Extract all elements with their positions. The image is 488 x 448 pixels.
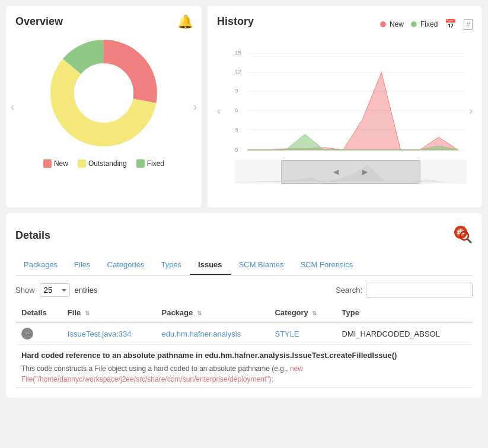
issue-text-before: This code constructs a File object using… xyxy=(21,364,290,373)
overview-next-arrow[interactable]: › xyxy=(193,101,197,113)
legend-new-label: New xyxy=(54,159,68,168)
donut-legend: New Outstanding Fixed xyxy=(43,159,164,168)
svg-text:#77: #77 xyxy=(339,154,348,156)
tab-issues[interactable]: Issues xyxy=(190,255,230,275)
legend-new-dot xyxy=(43,159,52,168)
svg-text:#82: #82 xyxy=(395,154,405,156)
details-tabs: Packages Files Categories Types Issues S… xyxy=(15,255,473,276)
file-sort-icon[interactable]: ⇅ xyxy=(85,310,90,316)
search-label: Search: xyxy=(336,286,362,295)
calendar-icon[interactable]: 📅 xyxy=(445,18,457,30)
history-next-arrow[interactable]: › xyxy=(469,104,473,117)
bug-search-icon[interactable] xyxy=(451,223,473,248)
history-minimap[interactable]: ◀▶ xyxy=(235,160,467,184)
svg-point-3 xyxy=(74,63,133,123)
file-link[interactable]: IssueTest.java:334 xyxy=(68,329,132,338)
issue-description: Hard coded reference to an absolute path… xyxy=(15,345,473,388)
collapse-button[interactable]: − xyxy=(21,328,33,340)
history-title: History xyxy=(217,15,254,28)
svg-text:#73: #73 xyxy=(319,154,328,156)
package-sort-icon[interactable]: ⇅ xyxy=(197,310,202,316)
history-legend-new: New xyxy=(390,20,404,28)
svg-text:9: 9 xyxy=(235,87,238,94)
row-category: STYLE xyxy=(269,322,336,345)
category-link[interactable]: STYLE xyxy=(275,329,299,338)
svg-text:0: 0 xyxy=(235,146,238,153)
col-file: File ⇅ xyxy=(62,303,156,322)
row-package: edu.hm.hafner.analysis xyxy=(155,322,269,345)
row-details-action[interactable]: − xyxy=(15,322,62,345)
issue-text: This code constructs a File object using… xyxy=(21,363,467,385)
tab-categories[interactable]: Categories xyxy=(99,255,153,275)
table-row: − IssueTest.java:334 edu.hm.hafner.analy… xyxy=(15,322,473,345)
svg-text:15: 15 xyxy=(235,49,241,56)
history-prev-arrow[interactable]: ‹ xyxy=(217,104,221,117)
legend-new: New xyxy=(43,159,68,168)
overview-prev-arrow[interactable]: ‹ xyxy=(11,101,14,113)
tab-scm-blames[interactable]: SCM Blames xyxy=(231,255,292,275)
tab-scm-forensics[interactable]: SCM Forensics xyxy=(292,255,361,275)
history-chart: 0 3 6 9 12 15 #63 #67 #69 xyxy=(235,37,467,156)
legend-fixed-dot xyxy=(136,159,145,168)
legend-outstanding-dot xyxy=(78,159,86,168)
col-package: Package ⇅ xyxy=(155,303,269,322)
svg-text:#69: #69 xyxy=(300,154,310,156)
history-chart-wrapper: ‹ › 0 3 6 9 12 15 xyxy=(217,37,473,184)
show-label: Show xyxy=(15,286,35,295)
issues-table: Details File ⇅ Package ⇅ Category ⇅ Type xyxy=(15,303,473,388)
entries-select[interactable]: 25 50 100 xyxy=(40,283,70,297)
donut-chart-container: New Outstanding Fixed xyxy=(15,34,192,168)
svg-text:#67: #67 xyxy=(281,154,291,156)
history-legend-fixed: Fixed xyxy=(420,20,438,28)
legend-fixed-label: Fixed xyxy=(147,159,164,168)
issue-title: Hard coded reference to an absolute path… xyxy=(21,351,467,360)
issue-detail-cell: Hard coded reference to an absolute path… xyxy=(15,345,473,388)
category-sort-icon[interactable]: ⇅ xyxy=(312,310,317,316)
svg-text:#84: #84 xyxy=(434,154,444,156)
table-controls: Show 25 50 100 entries Search: xyxy=(15,283,473,297)
entries-label: entries xyxy=(75,286,98,295)
overview-title: Overview xyxy=(15,15,192,28)
tab-types[interactable]: Types xyxy=(152,255,190,275)
details-section: Details Packages Files Categories Types … xyxy=(6,213,482,398)
minimap-handle[interactable]: ◀▶ xyxy=(281,160,420,184)
svg-text:#63: #63 xyxy=(243,154,252,156)
legend-outstanding: Outstanding xyxy=(78,159,127,168)
col-details: Details xyxy=(15,303,62,322)
svg-text:3: 3 xyxy=(235,126,238,133)
col-category: Category ⇅ xyxy=(269,303,336,322)
col-type: Type xyxy=(336,303,473,322)
minimap-drag-arrows: ◀▶ xyxy=(333,168,368,176)
svg-line-35 xyxy=(467,239,471,242)
overview-card: Overview 🔔 ‹ › New Outstanding xyxy=(6,6,202,207)
details-header: Details xyxy=(15,223,473,248)
svg-marker-16 xyxy=(248,72,458,150)
bell-icon[interactable]: 🔔 xyxy=(177,14,193,30)
legend-fixed: Fixed xyxy=(136,159,164,168)
table-header-row: Details File ⇅ Package ⇅ Category ⇅ Type xyxy=(15,303,473,322)
search-area: Search: xyxy=(336,283,473,297)
tab-files[interactable]: Files xyxy=(66,255,98,275)
legend-outstanding-label: Outstanding xyxy=(88,159,127,168)
svg-text:#80: #80 xyxy=(358,154,368,156)
table-body: − IssueTest.java:334 edu.hm.hafner.analy… xyxy=(15,322,473,388)
svg-text:12: 12 xyxy=(235,68,241,75)
row-type: DMI_HARDCODED_ABSOL xyxy=(336,322,473,345)
hash-icon[interactable]: # xyxy=(464,19,473,30)
svg-text:6: 6 xyxy=(235,107,238,113)
issue-detail-row: Hard coded reference to an absolute path… xyxy=(15,345,473,388)
package-link[interactable]: edu.hm.hafner.analysis xyxy=(161,329,241,338)
search-input[interactable] xyxy=(366,283,473,297)
tab-packages[interactable]: Packages xyxy=(15,255,66,275)
table-head: Details File ⇅ Package ⇅ Category ⇅ Type xyxy=(15,303,473,322)
details-title: Details xyxy=(15,229,50,242)
donut-chart xyxy=(44,34,163,152)
row-file: IssueTest.java:334 xyxy=(62,322,156,345)
history-card: History New Fixed 📅 # ‹ › 0 3 6 9 xyxy=(208,6,482,207)
